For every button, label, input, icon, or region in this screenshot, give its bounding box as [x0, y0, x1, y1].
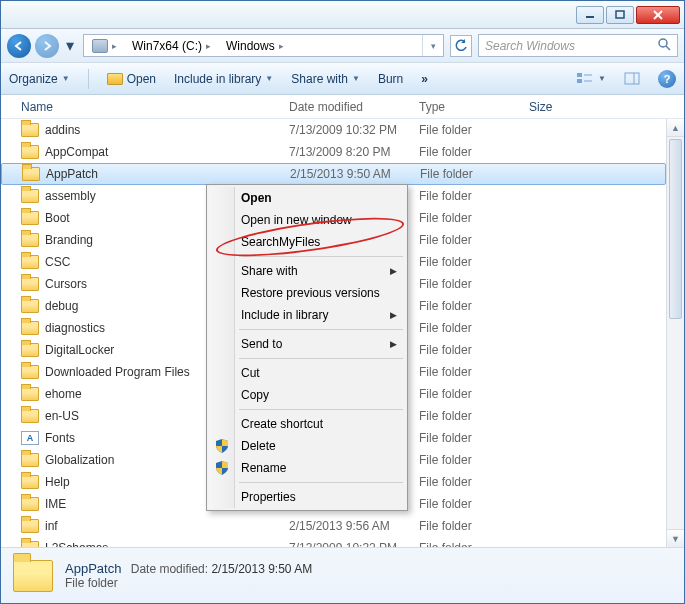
svg-rect-10	[625, 73, 639, 84]
ctx-rename[interactable]: Rename	[209, 457, 405, 479]
breadcrumb[interactable]: ▸ Win7x64 (C:)▸ Windows▸ ▾	[83, 34, 444, 57]
table-row[interactable]: L2Schemas7/13/2009 10:32 PMFile folder	[1, 537, 666, 547]
history-dropdown[interactable]: ▾	[63, 34, 77, 58]
folder-icon	[21, 255, 39, 269]
open-button[interactable]: Open	[107, 72, 156, 86]
file-type: File folder	[411, 519, 521, 533]
ctx-send-to[interactable]: Send to▶	[209, 333, 405, 355]
ctx-delete[interactable]: Delete	[209, 435, 405, 457]
organize-menu[interactable]: Organize▼	[9, 72, 70, 86]
breadcrumb-drive[interactable]: Win7x64 (C:)	[132, 39, 202, 53]
file-name: addins	[45, 123, 80, 137]
ctx-searchmyfiles[interactable]: SearchMyFiles	[209, 231, 405, 253]
folder-icon	[21, 475, 39, 489]
ctx-open[interactable]: Open	[209, 187, 405, 209]
file-name: AppCompat	[45, 145, 108, 159]
minimize-button[interactable]	[576, 6, 604, 24]
file-date: 2/15/2013 9:56 AM	[281, 519, 411, 533]
file-type: File folder	[411, 365, 521, 379]
column-headers[interactable]: Name Date modified Type Size	[1, 95, 684, 119]
breadcrumb-folder[interactable]: Windows	[226, 39, 275, 53]
folder-icon	[21, 123, 39, 137]
table-row[interactable]: addins7/13/2009 10:32 PMFile folder	[1, 119, 666, 141]
file-name: debug	[45, 299, 78, 313]
table-row[interactable]: AppCompat7/13/2009 8:20 PMFile folder	[1, 141, 666, 163]
file-type: File folder	[411, 211, 521, 225]
shield-icon	[215, 439, 229, 453]
col-name[interactable]: Name	[1, 100, 281, 114]
forward-button[interactable]	[35, 34, 59, 58]
svg-rect-1	[616, 11, 624, 18]
file-name: L2Schemas	[45, 541, 108, 547]
details-pane: AppPatch Date modified: 2/15/2013 9:50 A…	[1, 547, 684, 603]
col-type[interactable]: Type	[411, 100, 521, 114]
submenu-arrow-icon: ▶	[390, 310, 397, 320]
table-row[interactable]: inf2/15/2013 9:56 AMFile folder	[1, 515, 666, 537]
svg-point-4	[659, 39, 667, 47]
back-button[interactable]	[7, 34, 31, 58]
file-date: 7/13/2009 10:32 PM	[281, 123, 411, 137]
file-type: File folder	[411, 343, 521, 357]
file-type: File folder	[411, 453, 521, 467]
toolbar-overflow[interactable]: »	[421, 72, 428, 86]
scroll-down-button[interactable]: ▼	[667, 529, 684, 547]
ctx-copy[interactable]: Copy	[209, 384, 405, 406]
folder-icon	[21, 299, 39, 313]
context-menu: Open Open in new window SearchMyFiles Sh…	[206, 184, 408, 511]
search-icon	[657, 37, 671, 54]
file-type: File folder	[411, 431, 521, 445]
scroll-thumb[interactable]	[669, 139, 682, 319]
folder-icon	[21, 145, 39, 159]
help-button[interactable]: ?	[658, 70, 676, 88]
file-name: Fonts	[45, 431, 75, 445]
file-type: File folder	[411, 541, 521, 547]
ctx-open-new-window[interactable]: Open in new window	[209, 209, 405, 231]
ctx-create-shortcut[interactable]: Create shortcut	[209, 413, 405, 435]
file-type: File folder	[411, 277, 521, 291]
folder-icon	[21, 497, 39, 511]
ctx-restore-versions[interactable]: Restore previous versions	[209, 282, 405, 304]
include-library-menu[interactable]: Include in library▼	[174, 72, 273, 86]
details-name: AppPatch	[65, 561, 121, 576]
search-placeholder: Search Windows	[485, 39, 575, 53]
view-options[interactable]: ▼	[576, 72, 606, 86]
toolbar: Organize▼ Open Include in library▼ Share…	[1, 63, 684, 95]
folder-icon	[21, 233, 39, 247]
refresh-button[interactable]	[450, 35, 472, 57]
table-row[interactable]: AppPatch2/15/2013 9:50 AMFile folder	[1, 163, 666, 185]
ctx-include-library[interactable]: Include in library▶	[209, 304, 405, 326]
folder-icon	[21, 519, 39, 533]
col-date[interactable]: Date modified	[281, 100, 411, 114]
file-name: Cursors	[45, 277, 87, 291]
file-type: File folder	[412, 167, 522, 181]
file-type: File folder	[411, 387, 521, 401]
maximize-button[interactable]	[606, 6, 634, 24]
ctx-cut[interactable]: Cut	[209, 362, 405, 384]
file-name: en-US	[45, 409, 79, 423]
search-input[interactable]: Search Windows	[478, 34, 678, 57]
vertical-scrollbar[interactable]: ▲ ▼	[666, 119, 684, 547]
file-name: Branding	[45, 233, 93, 247]
close-button[interactable]	[636, 6, 680, 24]
navbar: ▾ ▸ Win7x64 (C:)▸ Windows▸ ▾ Search Wind…	[1, 29, 684, 63]
shield-icon	[215, 461, 229, 475]
folder-icon	[21, 387, 39, 401]
preview-pane-toggle[interactable]	[624, 72, 640, 86]
file-type: File folder	[411, 145, 521, 159]
ctx-properties[interactable]: Properties	[209, 486, 405, 508]
folder-icon	[21, 189, 39, 203]
file-name: IME	[45, 497, 66, 511]
folder-icon	[21, 277, 39, 291]
file-name: CSC	[45, 255, 70, 269]
drive-icon	[92, 39, 108, 53]
file-type: File folder	[411, 189, 521, 203]
scroll-up-button[interactable]: ▲	[667, 119, 684, 137]
col-size[interactable]: Size	[521, 100, 684, 114]
ctx-share-with[interactable]: Share with▶	[209, 260, 405, 282]
burn-button[interactable]: Burn	[378, 72, 403, 86]
file-name: Boot	[45, 211, 70, 225]
share-with-menu[interactable]: Share with▼	[291, 72, 360, 86]
folder-icon	[13, 560, 53, 592]
titlebar	[1, 1, 684, 29]
details-modified-value: 2/15/2013 9:50 AM	[211, 562, 312, 576]
